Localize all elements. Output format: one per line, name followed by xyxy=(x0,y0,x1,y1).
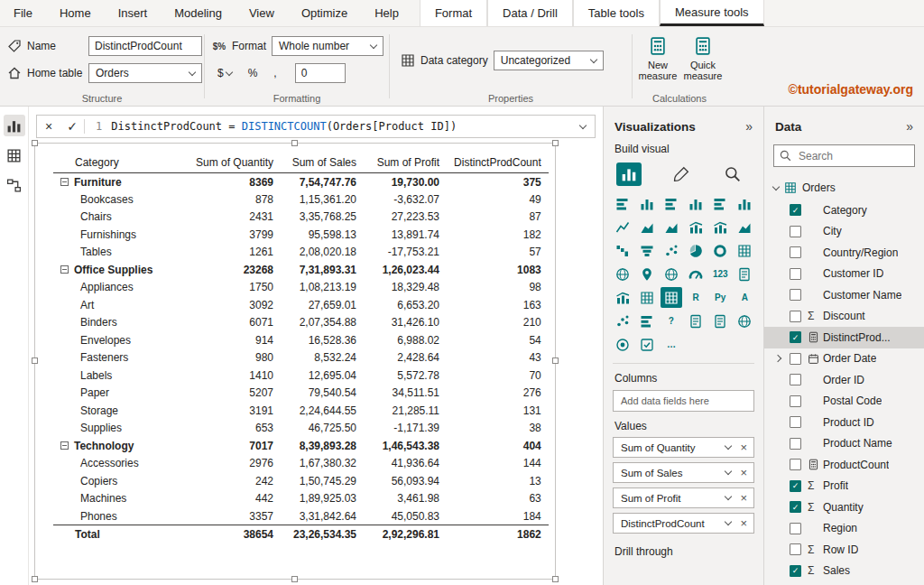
decimal-places-input[interactable] xyxy=(295,63,346,83)
matrix-cell[interactable]: 98 xyxy=(447,279,549,297)
matrix-cell[interactable]: 2976 xyxy=(189,455,281,473)
matrix-cell[interactable]: 43 xyxy=(447,349,549,367)
quick-measure-button[interactable]: Quick measure xyxy=(681,31,725,90)
matrix-cell[interactable]: 46,725.50 xyxy=(281,420,364,438)
matrix-row-label[interactable]: Bookcases xyxy=(53,190,189,209)
matrix-cell[interactable]: 5207 xyxy=(189,385,281,403)
matrix-group-row[interactable]: Furniture83697,54,747.7619,730.00375 xyxy=(53,173,549,191)
matrix-cell[interactable]: 38 xyxy=(447,420,549,438)
field-checkbox[interactable] xyxy=(790,459,801,470)
field-item-distinctprod[interactable]: ✓DistinctProd... xyxy=(764,327,924,348)
matrix-cell[interactable]: 2,07,354.88 xyxy=(281,314,364,332)
menu-tab-table-tools[interactable]: Table tools xyxy=(573,0,660,26)
matrix-cell[interactable]: 210 xyxy=(447,314,549,332)
matrix-cell[interactable]: 3799 xyxy=(189,226,281,244)
matrix-cell[interactable]: -1,171.39 xyxy=(364,420,447,438)
matrix-row[interactable]: Art309227,659.016,653.20163 xyxy=(53,296,549,314)
search-box[interactable] xyxy=(773,144,915,167)
multi-row-card-icon[interactable] xyxy=(734,264,755,284)
clustered-bar-chart-icon[interactable] xyxy=(661,193,682,214)
matrix-cell[interactable]: 18,329.48 xyxy=(364,279,447,297)
matrix-cell[interactable]: 5,572.78 xyxy=(364,367,447,385)
report-view-button[interactable] xyxy=(4,115,25,136)
python-visual-icon[interactable]: Py xyxy=(709,287,731,308)
matrix-row[interactable]: Chairs24313,35,768.2527,223.5387 xyxy=(53,209,549,227)
matrix-row-label[interactable]: Paper xyxy=(53,385,189,403)
matrix-cell[interactable]: 49 xyxy=(447,190,549,209)
slicer-icon[interactable] xyxy=(636,334,658,355)
matrix-cell[interactable]: 87 xyxy=(447,209,549,227)
matrix-cell[interactable]: 2,24,644.55 xyxy=(281,402,364,420)
field-item-sales[interactable]: ✓ΣSales xyxy=(764,561,924,582)
collapse-icon[interactable] xyxy=(60,441,69,450)
matrix-cell[interactable]: -17,753.21 xyxy=(364,244,447,262)
matrix-cell[interactable]: 2,92,296.81 xyxy=(364,525,447,543)
resize-handle[interactable] xyxy=(552,576,559,582)
matrix-cell[interactable]: 6071 xyxy=(189,314,281,332)
field-checkbox[interactable]: ✓ xyxy=(790,480,801,492)
columns-field-well[interactable]: Add data fields here xyxy=(613,390,754,412)
matrix-cell[interactable]: 980 xyxy=(189,349,281,367)
field-pill-distinctprodcount[interactable]: DistinctProdCount× xyxy=(613,513,754,534)
gauge-icon[interactable] xyxy=(685,264,707,284)
stacked-bar-chart-icon[interactable] xyxy=(612,193,633,214)
home-table-dropdown[interactable]: Orders xyxy=(88,63,202,83)
matrix-cell[interactable]: 6,988.02 xyxy=(364,331,447,349)
field-item-customer-id[interactable]: Customer ID xyxy=(764,264,924,285)
matrix-row-label[interactable]: Fasteners xyxy=(53,349,189,367)
matrix-cell[interactable]: 8369 xyxy=(189,173,281,191)
kpi-icon[interactable] xyxy=(612,287,633,308)
matrix-cell[interactable]: 95,598.13 xyxy=(281,226,364,244)
matrix-row-label[interactable]: Art xyxy=(53,296,189,314)
matrix-cell[interactable]: 276 xyxy=(447,385,549,403)
matrix-column-header[interactable]: Sum of Sales xyxy=(281,153,364,173)
matrix-row[interactable]: Appliances17501,08,213.1918,329.4898 xyxy=(53,279,549,297)
commit-formula-icon[interactable]: ✓ xyxy=(60,119,84,134)
matrix-cell[interactable]: 878 xyxy=(189,190,281,209)
measure-name-input[interactable] xyxy=(88,36,202,56)
currency-format-button[interactable]: $ xyxy=(212,63,237,83)
field-checkbox[interactable] xyxy=(790,268,801,280)
waterfall-chart-icon[interactable] xyxy=(612,240,633,261)
line-and-stacked-column-chart-icon[interactable] xyxy=(685,217,707,237)
formula-text[interactable]: DistinctProdCount = DISTINCTCOUNT(Orders… xyxy=(111,120,457,133)
matrix-cell[interactable]: 3,35,768.25 xyxy=(281,209,364,227)
matrix-cell[interactable]: 3191 xyxy=(189,402,281,420)
matrix-cell[interactable]: 13,891.74 xyxy=(364,226,447,244)
field-item-category[interactable]: ✓Category xyxy=(764,200,924,221)
matrix-cell[interactable]: 182 xyxy=(447,226,549,244)
collapse-icon[interactable] xyxy=(60,265,69,274)
chevron-down-icon[interactable] xyxy=(725,442,732,450)
matrix-cell[interactable]: 54 xyxy=(447,331,549,349)
table-item-orders[interactable]: Orders xyxy=(773,178,924,198)
table-icon[interactable] xyxy=(636,287,658,308)
matrix-row-label[interactable]: Binders xyxy=(53,314,189,332)
paginated-report-icon[interactable] xyxy=(709,311,731,331)
format-visual-tab[interactable] xyxy=(669,162,694,186)
menu-tab-insert[interactable]: Insert xyxy=(105,0,162,26)
matrix-row[interactable]: Phones33573,31,842.6445,050.83184 xyxy=(53,507,549,525)
matrix-row-label[interactable]: Copiers xyxy=(53,472,189,490)
matrix-cell[interactable]: 131 xyxy=(447,402,549,420)
matrix-cell[interactable]: 1,67,380.32 xyxy=(281,455,364,473)
field-pill-sum-of-profit[interactable]: Sum of Profit× xyxy=(613,488,754,508)
field-item-region[interactable]: Region xyxy=(764,518,924,540)
new-measure-button[interactable]: New measure xyxy=(636,31,679,90)
matrix-cell[interactable]: 442 xyxy=(189,490,281,508)
matrix-cell[interactable]: 242 xyxy=(189,472,281,490)
matrix-row[interactable]: Machines4421,89,925.033,461.9863 xyxy=(53,490,549,508)
matrix-cell[interactable]: 1750 xyxy=(189,279,281,297)
key-influencers-icon[interactable] xyxy=(612,311,633,331)
matrix-cell[interactable]: 8,532.24 xyxy=(281,349,364,367)
format-dropdown[interactable]: Whole number xyxy=(272,36,383,56)
line-and-clustered-column-chart-icon[interactable] xyxy=(709,217,731,237)
matrix-cell[interactable]: 31,426.10 xyxy=(364,314,447,332)
matrix-row-label[interactable]: Appliances xyxy=(53,279,189,297)
field-checkbox[interactable] xyxy=(790,416,801,428)
matrix-cell[interactable]: 3092 xyxy=(189,296,281,314)
field-item-customer-name[interactable]: Customer Name xyxy=(764,284,924,306)
matrix-row-label[interactable]: Accessories xyxy=(53,455,189,473)
matrix-cell[interactable]: 19,730.00 xyxy=(364,173,447,191)
chevron-down-icon[interactable] xyxy=(725,518,732,525)
treemap-icon[interactable] xyxy=(734,240,755,261)
